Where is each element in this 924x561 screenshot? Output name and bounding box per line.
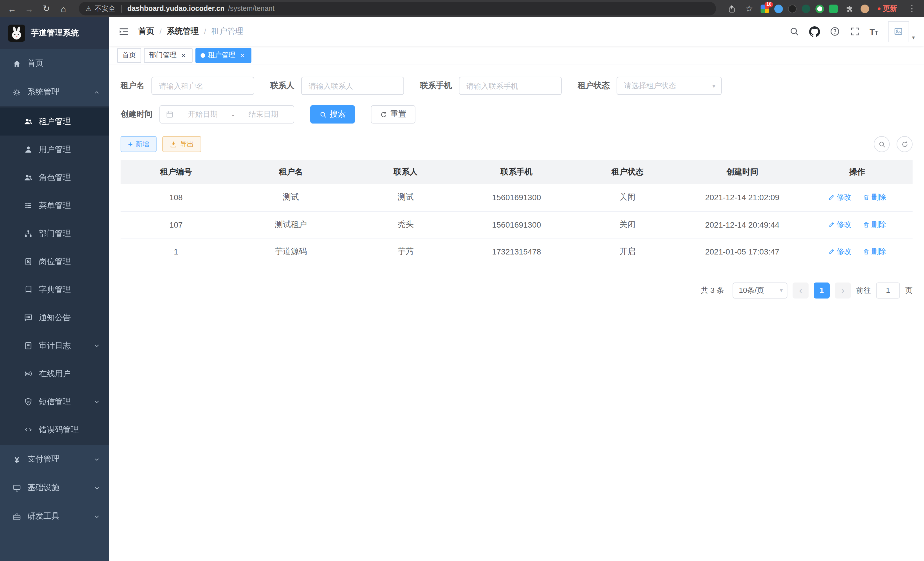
table-row: 108 测试 测试 15601691300 关闭 2021-12-14 21:0… xyxy=(121,184,913,211)
gear-icon xyxy=(13,88,21,96)
sidebar-item-home[interactable]: 首页 xyxy=(0,49,109,78)
tab-tenant[interactable]: 租户管理× xyxy=(195,48,251,63)
pagination-total: 共 3 条 xyxy=(701,285,724,295)
extensions-puzzle-icon[interactable] xyxy=(843,2,855,15)
reload-icon[interactable]: ↻ xyxy=(40,2,52,15)
col-contact: 联系人 xyxy=(350,160,461,184)
add-button[interactable]: + 新增 xyxy=(121,136,157,152)
plus-icon: + xyxy=(128,140,133,148)
cell-created: 2021-12-14 21:02:09 xyxy=(683,184,802,211)
help-icon[interactable] xyxy=(830,26,840,37)
breadcrumb-home[interactable]: 首页 xyxy=(138,26,154,37)
contact-input[interactable] xyxy=(301,77,404,95)
right-toolbar xyxy=(874,136,913,152)
filter-form-row-2: 创建时间 开始日期 - 结束日期 搜索 xyxy=(121,105,913,134)
table-row: 107 测试租户 秃头 15601691300 关闭 2021-12-14 20… xyxy=(121,211,913,238)
cell-actions: 修改 删除 xyxy=(802,211,913,238)
next-page-button[interactable]: › xyxy=(835,282,851,298)
sidebar-item-sms[interactable]: 短信管理 xyxy=(0,388,109,416)
sidebar-item-infra[interactable]: 基础设施 xyxy=(0,474,109,502)
fullscreen-icon[interactable] xyxy=(849,26,860,37)
prev-page-button[interactable]: ‹ xyxy=(793,282,808,298)
close-icon[interactable]: × xyxy=(179,51,188,59)
status-select[interactable]: 请选择租户状态 ▾ xyxy=(616,77,722,95)
share-icon[interactable] xyxy=(725,2,738,15)
user-avatar[interactable]: ▾ xyxy=(888,21,915,42)
sidebar-item-tenant[interactable]: 租户管理 xyxy=(0,108,109,135)
pencil-icon xyxy=(828,248,835,255)
sidebar-item-role[interactable]: 角色管理 xyxy=(0,164,109,192)
sidebar-item-devtool[interactable]: 研发工具 xyxy=(0,502,109,531)
chevron-down-icon xyxy=(94,399,100,405)
page-size-select[interactable]: 10条/页 ▾ xyxy=(733,282,788,298)
browser-profile-avatar[interactable] xyxy=(861,4,869,13)
delete-button[interactable]: 删除 xyxy=(863,193,886,203)
sidebar-item-system[interactable]: 系统管理 xyxy=(0,78,109,106)
browser-menu-icon[interactable]: ⋮ xyxy=(906,2,918,15)
sidebar-toggle-icon[interactable] xyxy=(118,26,129,37)
table-header-row: 租户编号 租户名 联系人 联系手机 租户状态 创建时间 操作 xyxy=(121,160,913,184)
extension-icon-darkgreen[interactable] xyxy=(802,4,810,13)
search-button[interactable]: 搜索 xyxy=(310,105,355,123)
extension-icon-colorful[interactable]: 10 xyxy=(760,4,769,13)
cell-tenant-id: 107 xyxy=(121,211,231,238)
close-icon[interactable]: × xyxy=(238,51,246,59)
end-date-placeholder: 结束日期 xyxy=(239,109,288,120)
col-status: 租户状态 xyxy=(572,160,683,184)
goto-label: 前往 xyxy=(856,285,871,295)
breadcrumb-separator: / xyxy=(159,27,162,36)
edit-button[interactable]: 修改 xyxy=(828,246,851,256)
sidebar-item-dict[interactable]: 字典管理 xyxy=(0,276,109,304)
tab-home[interactable]: 首页 xyxy=(117,48,141,63)
sidebar-item-notice[interactable]: 通知公告 xyxy=(0,304,109,332)
trash-icon xyxy=(863,221,870,228)
current-page[interactable]: 1 xyxy=(814,282,830,298)
goto-page-input[interactable] xyxy=(876,282,900,298)
extension-icon-blue[interactable] xyxy=(774,4,783,13)
sidebar-item-menu[interactable]: 菜单管理 xyxy=(0,192,109,220)
breadcrumb-system[interactable]: 系统管理 xyxy=(167,26,199,37)
tenant-name-input[interactable] xyxy=(152,77,254,95)
refresh-table-button[interactable] xyxy=(897,136,913,152)
create-time-label: 创建时间 xyxy=(121,109,153,120)
mobile-input[interactable] xyxy=(459,77,562,95)
update-button[interactable]: 更新 xyxy=(874,3,901,15)
sidebar-item-pay[interactable]: ¥ 支付管理 xyxy=(0,445,109,474)
address-bar[interactable]: ⚠ 不安全 dashboard.yudao.iocoder.cn/system/… xyxy=(79,2,716,15)
font-size-icon[interactable]: TT xyxy=(869,27,878,36)
sidebar-item-dept[interactable]: 部门管理 xyxy=(0,220,109,248)
extension-icon-green-square[interactable] xyxy=(829,4,838,13)
edit-button[interactable]: 修改 xyxy=(828,219,851,230)
forward-icon[interactable]: → xyxy=(23,2,35,15)
code-icon xyxy=(24,426,33,434)
sidebar-item-auditlog[interactable]: 审计日志 xyxy=(0,332,109,360)
filter-form-row-1: 租户名 联系人 联系手机 租户状态 请选择租户状态 xyxy=(121,77,913,105)
sidebar-item-post[interactable]: 岗位管理 xyxy=(0,248,109,276)
home-icon[interactable]: ⌂ xyxy=(57,2,70,15)
export-button[interactable]: 导出 xyxy=(162,136,201,152)
extension-icon-green-circle[interactable] xyxy=(815,4,824,13)
reset-button[interactable]: 重置 xyxy=(371,105,416,123)
cell-mobile: 17321315478 xyxy=(461,238,572,265)
col-mobile: 联系手机 xyxy=(461,160,572,184)
bookmark-star-icon[interactable]: ☆ xyxy=(743,2,755,15)
app-title: 芋道管理系统 xyxy=(31,28,79,38)
search-icon[interactable] xyxy=(789,26,799,37)
sidebar-item-user[interactable]: 用户管理 xyxy=(0,135,109,164)
sidebar-item-online[interactable]: 在线用户 xyxy=(0,360,109,388)
create-time-range-picker[interactable]: 开始日期 - 结束日期 xyxy=(159,105,294,123)
cell-tenant-id: 1 xyxy=(121,238,231,265)
sidebar-item-errorcode[interactable]: 错误码管理 xyxy=(0,416,109,444)
delete-button[interactable]: 删除 xyxy=(863,246,886,256)
delete-button[interactable]: 删除 xyxy=(863,219,886,230)
menu-list-icon xyxy=(24,201,33,210)
app-logo[interactable]: 芋道管理系统 xyxy=(0,17,109,49)
yen-icon: ¥ xyxy=(13,454,21,464)
back-icon[interactable]: ← xyxy=(6,2,18,15)
extension-icon-dark[interactable] xyxy=(788,4,796,13)
monitor-icon xyxy=(13,484,21,492)
github-icon[interactable] xyxy=(809,26,820,37)
edit-button[interactable]: 修改 xyxy=(828,193,851,203)
tab-dept[interactable]: 部门管理× xyxy=(144,48,193,63)
toggle-search-button[interactable] xyxy=(874,136,890,152)
